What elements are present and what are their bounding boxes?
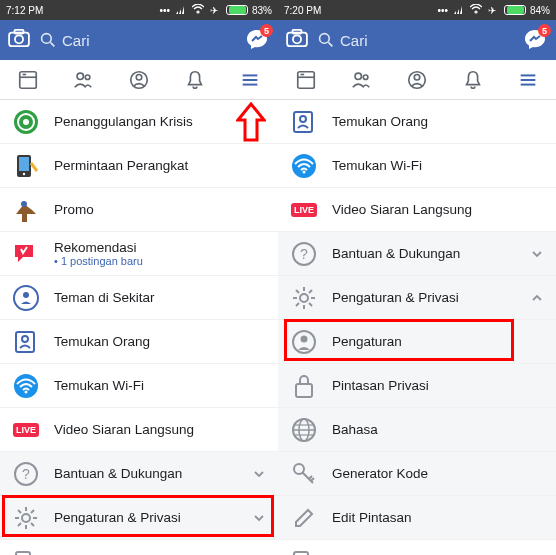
svg-point-44 xyxy=(414,74,420,80)
svg-rect-19 xyxy=(19,157,29,171)
find-people-icon xyxy=(12,328,40,356)
help-icon: ? xyxy=(12,460,40,488)
messenger-icon[interactable]: 5 xyxy=(244,27,270,53)
menu-label: Bahasa xyxy=(332,422,544,437)
menu-item-temukan-wifi[interactable]: Temukan Wi-Fi xyxy=(278,144,556,188)
menu-label: Bantuan & Dukungan xyxy=(332,246,516,261)
menu-label: Temukan Wi-Fi xyxy=(332,158,544,173)
menu-item-keluar[interactable]: Keluar xyxy=(278,540,556,555)
svg-point-20 xyxy=(23,172,25,174)
lock-icon xyxy=(290,372,318,400)
menu-label: Penanggulangan Krisis xyxy=(54,114,266,129)
tab-feed[interactable] xyxy=(0,60,56,99)
tab-feed[interactable] xyxy=(278,60,334,99)
camera-icon[interactable] xyxy=(8,29,30,51)
search-input[interactable]: Cari xyxy=(40,32,234,49)
menu-item-temukan-orang[interactable]: Temukan Orang xyxy=(0,320,278,364)
svg-point-9 xyxy=(86,74,91,79)
svg-point-17 xyxy=(23,119,29,125)
chevron-up-icon xyxy=(530,291,544,305)
menu-item-video-live[interactable]: LIVE Video Siaran Langsung xyxy=(0,408,278,452)
status-bar: 7:12 PM ••• ✈ 83% xyxy=(0,0,278,20)
svg-point-36 xyxy=(320,34,330,44)
menu-label: Teman di Sekitar xyxy=(54,290,266,305)
svg-point-26 xyxy=(22,336,28,342)
camera-icon[interactable] xyxy=(286,29,308,51)
airplane-icon: ✈ xyxy=(488,5,496,16)
battery-icon: 84% xyxy=(502,5,550,16)
tab-notifications[interactable] xyxy=(167,60,223,99)
live-icon: LIVE xyxy=(12,416,40,444)
key-icon xyxy=(290,460,318,488)
menu-label: Bantuan & Dukungan xyxy=(54,466,238,481)
menu-item-keluar[interactable]: Keluar xyxy=(0,540,278,555)
menu-item-promo[interactable]: Promo xyxy=(0,188,278,232)
menu-label: Rekomendasi xyxy=(54,240,266,255)
messenger-icon[interactable]: 5 xyxy=(522,27,548,53)
screen-right: 7:20 PM ••• ✈ 84% Cari 5 xyxy=(278,0,556,555)
menu-item-video-live[interactable]: LIVE Video Siaran Langsung xyxy=(278,188,556,232)
crisis-icon xyxy=(12,108,40,136)
logout-icon xyxy=(290,548,318,556)
svg-point-24 xyxy=(23,292,29,298)
chevron-down-icon xyxy=(252,467,266,481)
svg-rect-38 xyxy=(298,71,315,88)
menu-item-rekomendasi[interactable]: Rekomendasi • 1 postingan baru xyxy=(0,232,278,276)
svg-point-56 xyxy=(301,335,308,342)
tab-friends[interactable] xyxy=(56,60,112,99)
gear-icon xyxy=(12,504,40,532)
menu-item-generator-kode[interactable]: Generator Kode xyxy=(278,452,556,496)
menu-section-pengaturan-privasi[interactable]: Pengaturan & Privasi xyxy=(278,276,556,320)
menu-item-temukan-wifi[interactable]: Temukan Wi-Fi xyxy=(0,364,278,408)
find-people-icon xyxy=(290,108,318,136)
menu-item-edit-pintasan[interactable]: Edit Pintasan xyxy=(278,496,556,540)
signal-icon xyxy=(176,4,186,16)
search-placeholder: Cari xyxy=(62,32,90,49)
live-icon: LIVE xyxy=(290,196,318,224)
globe-icon xyxy=(290,416,318,444)
tab-menu[interactable] xyxy=(222,60,278,99)
menu-item-perangkat[interactable]: Permintaan Perangkat xyxy=(0,144,278,188)
svg-point-49 xyxy=(300,116,306,122)
menu-item-pengaturan[interactable]: Pengaturan xyxy=(278,320,556,364)
search-placeholder: Cari xyxy=(340,32,368,49)
logout-icon xyxy=(12,548,40,556)
chevron-down-icon xyxy=(530,247,544,261)
messenger-badge: 5 xyxy=(538,24,551,37)
tab-friends[interactable] xyxy=(334,60,390,99)
menu-label: Video Siaran Langsung xyxy=(332,202,544,217)
chevron-down-icon xyxy=(252,511,266,525)
svg-rect-57 xyxy=(296,384,312,397)
tab-profile[interactable] xyxy=(389,60,445,99)
menu-item-teman-sekitar[interactable]: Teman di Sekitar xyxy=(0,276,278,320)
tab-profile[interactable] xyxy=(111,60,167,99)
menu-item-pintasan-privasi[interactable]: Pintasan Privasi xyxy=(278,364,556,408)
menu-item-bahasa[interactable]: Bahasa xyxy=(278,408,556,452)
menu-label: Temukan Orang xyxy=(54,334,266,349)
svg-point-22 xyxy=(21,201,27,207)
svg-point-27 xyxy=(14,374,38,398)
app-header: Cari 5 xyxy=(0,20,278,60)
menu-section-pengaturan-privasi[interactable]: Pengaturan & Privasi xyxy=(0,496,278,540)
menu-item-krisis[interactable]: Penanggulangan Krisis xyxy=(0,100,278,144)
find-wifi-icon xyxy=(12,372,40,400)
menu-section-bantuan[interactable]: ? Bantuan & Dukungan xyxy=(0,452,278,496)
menu-section-bantuan[interactable]: ? Bantuan & Dukungan xyxy=(278,232,556,276)
tab-bar xyxy=(0,60,278,100)
menu-item-temukan-orang[interactable]: Temukan Orang xyxy=(278,100,556,144)
menu-list[interactable]: Penanggulangan Krisis Permintaan Perangk… xyxy=(0,100,278,555)
svg-point-51 xyxy=(303,170,306,173)
menu-list[interactable]: Temukan Orang Temukan Wi-Fi LIVE Video S… xyxy=(278,100,556,555)
tab-notifications[interactable] xyxy=(445,60,501,99)
wifi-icon xyxy=(470,4,482,16)
menu-label: Pintasan Privasi xyxy=(332,378,544,393)
help-icon: ? xyxy=(290,240,318,268)
svg-point-28 xyxy=(25,390,28,393)
search-input[interactable]: Cari xyxy=(318,32,512,49)
tab-menu[interactable] xyxy=(500,60,556,99)
tab-bar xyxy=(278,60,556,100)
battery-icon: 83% xyxy=(224,5,272,16)
status-bar: 7:20 PM ••• ✈ 84% xyxy=(278,0,556,20)
status-time: 7:12 PM xyxy=(6,5,43,16)
menu-label: Promo xyxy=(54,202,266,217)
